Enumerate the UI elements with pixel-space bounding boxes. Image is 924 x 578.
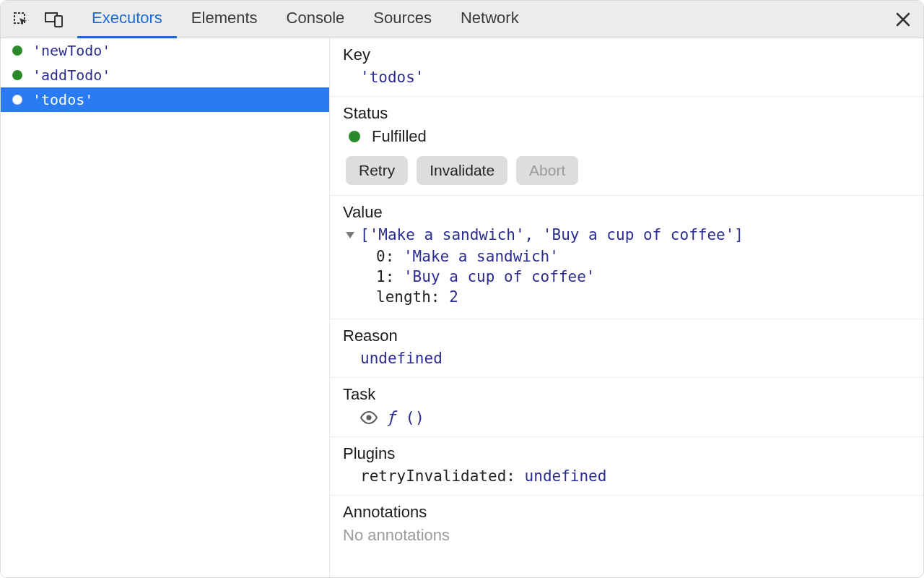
annotations-empty: No annotations xyxy=(343,526,910,545)
sidebar-item-label: 'newTodo' xyxy=(32,42,110,59)
section-task: Task ƒ () xyxy=(330,378,923,437)
section-key: Key 'todos' xyxy=(330,38,923,97)
status-text: Fulfilled xyxy=(372,127,427,146)
sidebar-item-label: 'addTodo' xyxy=(32,66,110,84)
tree-root[interactable]: ['Make a sandwich', 'Buy a cup of coffee… xyxy=(346,226,910,243)
devtools-tabstrip: ExecutorsElementsConsoleSourcesNetwork xyxy=(1,1,923,38)
sidebar-item-label: 'todos' xyxy=(32,91,93,108)
invalidate-button[interactable]: Invalidate xyxy=(417,156,507,185)
status-dot-icon xyxy=(349,131,360,142)
status-dot-icon xyxy=(12,70,22,80)
svg-point-3 xyxy=(367,415,372,420)
abort-button[interactable]: Abort xyxy=(516,156,578,185)
reason-value: undefined xyxy=(343,350,910,367)
section-annotations: Annotations No annotations xyxy=(330,496,923,555)
eye-icon xyxy=(360,411,378,424)
section-title: Annotations xyxy=(343,503,910,522)
status-line: Fulfilled xyxy=(343,127,910,146)
fn-paren: () xyxy=(396,408,424,426)
plugin-label: retryInvalidated xyxy=(360,467,506,485)
fn-symbol: ƒ xyxy=(386,408,396,426)
retry-button[interactable]: Retry xyxy=(346,156,408,185)
value-length: length: 2 xyxy=(376,288,910,306)
svg-rect-2 xyxy=(55,16,62,27)
status-dot-icon xyxy=(12,95,22,105)
executors-list: 'newTodo''addTodo''todos' xyxy=(1,38,330,577)
tree-children: 0: 'Make a sandwich'1: 'Buy a cup of cof… xyxy=(346,248,910,306)
status-dot-icon xyxy=(12,46,22,56)
plugin-row: retryInvalidated: undefined xyxy=(343,467,910,485)
value-entry: 0: 'Make a sandwich' xyxy=(376,248,910,265)
status-actions: Retry Invalidate Abort xyxy=(343,156,910,185)
task-row[interactable]: ƒ () xyxy=(343,408,910,426)
section-title: Plugins xyxy=(343,444,910,463)
tab-elements[interactable]: Elements xyxy=(177,1,272,38)
executor-details: Key 'todos' Status Fulfilled Retry Inval… xyxy=(330,38,923,577)
section-plugins: Plugins retryInvalidated: undefined xyxy=(330,437,923,496)
value-summary: ['Make a sandwich', 'Buy a cup of coffee… xyxy=(360,226,744,243)
device-toggle-icon[interactable] xyxy=(44,9,64,30)
tabs: ExecutorsElementsConsoleSourcesNetwork xyxy=(77,1,533,38)
section-value: Value ['Make a sandwich', 'Buy a cup of … xyxy=(330,196,923,319)
plugin-value: undefined xyxy=(525,467,607,485)
section-title: Key xyxy=(343,46,910,64)
key-value: 'todos' xyxy=(343,69,910,86)
section-title: Status xyxy=(343,104,910,123)
section-title: Task xyxy=(343,385,910,404)
caret-down-icon xyxy=(346,232,354,238)
sidebar-item[interactable]: 'addTodo' xyxy=(1,63,329,87)
sidebar-item[interactable]: 'todos' xyxy=(1,87,329,112)
value-entry: 1: 'Buy a cup of coffee' xyxy=(376,268,910,285)
close-icon[interactable] xyxy=(890,7,916,33)
inspect-icon[interactable] xyxy=(11,9,31,30)
tab-console[interactable]: Console xyxy=(272,1,359,38)
section-reason: Reason undefined xyxy=(330,319,923,378)
section-title: Value xyxy=(343,203,910,222)
tab-executors[interactable]: Executors xyxy=(77,1,177,38)
section-title: Reason xyxy=(343,327,910,345)
tab-network[interactable]: Network xyxy=(446,1,533,38)
value-tree: ['Make a sandwich', 'Buy a cup of coffee… xyxy=(343,226,910,306)
sidebar-item[interactable]: 'newTodo' xyxy=(1,38,329,63)
tab-sources[interactable]: Sources xyxy=(359,1,446,38)
section-status: Status Fulfilled Retry Invalidate Abort xyxy=(330,97,923,196)
